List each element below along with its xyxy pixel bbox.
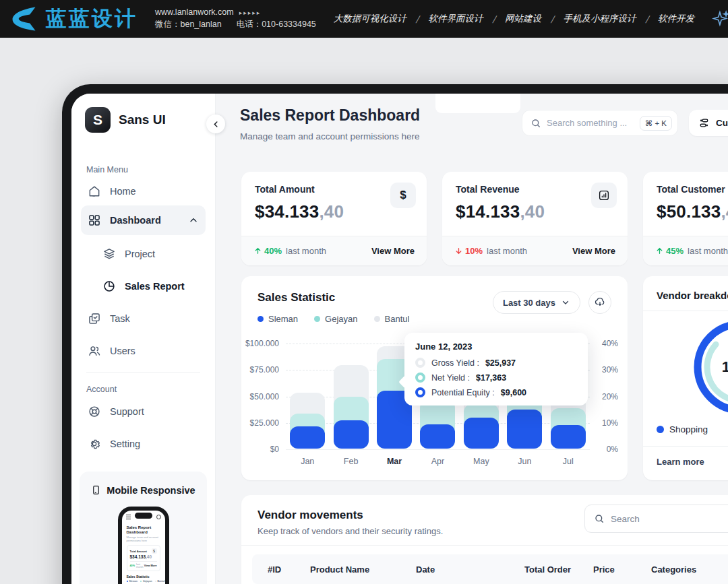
sidebar-item-home[interactable]: Home bbox=[81, 178, 206, 205]
banner-website[interactable]: www.lanlanwork.com bbox=[155, 7, 234, 17]
arrow-up-icon bbox=[655, 247, 664, 255]
task-check-icon bbox=[88, 312, 101, 325]
shortcut-badge: ⌘ + K bbox=[640, 116, 672, 131]
phone-view-more: View More bbox=[144, 564, 157, 567]
sidebar-divider bbox=[86, 372, 200, 373]
arrow-down-icon bbox=[454, 247, 463, 255]
banner-wechat: 微信：ben_lanlan bbox=[155, 19, 222, 30]
x-tick-label: Jul bbox=[547, 457, 590, 466]
sidebar-item-dashboard[interactable]: Dashboard bbox=[81, 205, 206, 235]
sidebar-item-label: Sales Report bbox=[125, 281, 185, 292]
vendor-movements-card: Vendor movements Keep track of vendors a… bbox=[241, 495, 728, 584]
banner-service-item[interactable]: 大数据可视化设计 bbox=[334, 13, 406, 25]
column-header[interactable]: Price bbox=[593, 564, 651, 575]
search-input[interactable] bbox=[547, 118, 634, 128]
sidebar-item-label: Setting bbox=[110, 439, 140, 449]
bar-group-feb[interactable] bbox=[329, 343, 372, 449]
brand-logo-icon: S bbox=[85, 107, 111, 133]
breakdown-legend: Shopping bbox=[657, 424, 728, 434]
trend-up: 45% bbox=[655, 246, 684, 256]
sidebar-item-project[interactable]: Project bbox=[81, 240, 206, 267]
stat-card-total-customer: Total Customer $50.133,40 45% last month… bbox=[643, 172, 728, 265]
chevron-up-icon bbox=[188, 215, 199, 226]
column-header[interactable]: Date bbox=[416, 564, 524, 575]
phone-stat-label: Total Amount bbox=[130, 550, 152, 553]
sidebar-item-sales-report[interactable]: Sales Report bbox=[81, 273, 206, 300]
chevron-down-icon bbox=[561, 298, 570, 307]
donut-center-value: 100% bbox=[684, 310, 728, 424]
table-header-row: #IDProduct NameDateTotal OrderPriceCateg… bbox=[252, 554, 728, 584]
banner-logo[interactable]: 蓝蓝设计 bbox=[9, 4, 138, 34]
layers-icon bbox=[102, 247, 116, 261]
bar-sleman bbox=[334, 420, 369, 449]
sidebar-item-setting[interactable]: Setting bbox=[81, 430, 206, 457]
sidebar-item-label: Home bbox=[110, 186, 136, 197]
download-button[interactable] bbox=[588, 291, 611, 314]
column-header[interactable]: Categories bbox=[651, 564, 728, 575]
sales-statistic-card: Sales Statistic SlemanGejayanBantul Last… bbox=[241, 276, 628, 480]
brand[interactable]: S Sans UI bbox=[85, 107, 166, 133]
top-tab bbox=[435, 94, 520, 113]
phone-chart-legend: Sleman Gejayan Bantul bbox=[127, 580, 160, 583]
customize-button[interactable]: Customize bbox=[689, 110, 728, 136]
view-more-link[interactable]: View More bbox=[572, 246, 615, 256]
phone-mockup: Sales Report Dashboard Manage team and a… bbox=[118, 507, 169, 584]
promo-banner: 蓝蓝设计 www.lanlanwork.com▸▸▸▸▸ 微信：ben_lanl… bbox=[0, 0, 728, 38]
column-header[interactable]: Total Order bbox=[524, 564, 593, 575]
y-tick-label: $0 bbox=[270, 445, 279, 454]
table-search[interactable] bbox=[584, 505, 728, 533]
banner-service-item[interactable]: 软件界面设计 bbox=[428, 13, 483, 25]
sidebar-item-label: Task bbox=[110, 313, 130, 324]
cloud-download-icon bbox=[594, 296, 606, 309]
arrows-decoration: ▸▸▸▸▸ bbox=[239, 9, 262, 16]
gear-icon bbox=[88, 437, 101, 451]
y-tick-label: $75.000 bbox=[250, 365, 279, 375]
trend-note: last month bbox=[688, 246, 728, 256]
table-search-input[interactable] bbox=[611, 514, 728, 524]
series-ring-icon bbox=[415, 387, 425, 397]
bar-group-jan[interactable] bbox=[286, 343, 329, 449]
learn-more-link[interactable]: Learn more bbox=[643, 446, 728, 477]
range-select[interactable]: Last 30 days bbox=[493, 291, 580, 314]
banner-logo-text: 蓝蓝设计 bbox=[46, 5, 138, 33]
y-tick-label-right: 30% bbox=[602, 365, 618, 375]
x-tick-label: Jan bbox=[286, 457, 329, 466]
bar-sleman bbox=[464, 418, 499, 449]
banner-service-item[interactable]: 软件开发 bbox=[658, 13, 694, 25]
stat-label: Total Customer bbox=[657, 184, 728, 195]
y-tick-label: $100.000 bbox=[245, 339, 279, 348]
vendor-movements-title: Vendor movements bbox=[257, 509, 363, 522]
dollar-icon: $ bbox=[390, 183, 416, 208]
lanlan-logo-icon bbox=[9, 4, 39, 34]
banner-service-item[interactable]: 网站建设 bbox=[505, 13, 541, 25]
sidebar-item-label: Project bbox=[125, 249, 155, 259]
legend-item-gejayan: Gejayan bbox=[314, 314, 357, 324]
y-tick-label: $25.000 bbox=[250, 418, 279, 428]
phone-icon bbox=[91, 484, 101, 496]
tooltip-row: Potential Equity : $9,600 bbox=[415, 387, 577, 397]
banner-collect[interactable]: 灵感收集 bbox=[712, 8, 728, 30]
global-search[interactable]: ⌘ + K bbox=[522, 110, 678, 136]
column-header[interactable]: #ID bbox=[268, 564, 310, 575]
view-more-link[interactable]: View More bbox=[371, 246, 415, 256]
search-icon bbox=[530, 118, 541, 129]
hamburger-icon bbox=[126, 515, 131, 520]
banner-service-item[interactable]: 手机及小程序设计 bbox=[564, 13, 636, 25]
y-axis-right: 40%30%20%10%0% bbox=[593, 344, 618, 449]
sidebar-item-users[interactable]: Users bbox=[81, 337, 206, 364]
phone-stat-card: Total Amount $ $34.133,40 40% last month… bbox=[127, 545, 160, 571]
bar-sleman bbox=[507, 410, 542, 449]
banner-phone: 电话：010-63334945 bbox=[237, 19, 316, 30]
page-subtitle: Manage team and account permissions here bbox=[240, 131, 419, 141]
stat-label: Total Amount bbox=[255, 184, 413, 195]
y-tick-label-right: 40% bbox=[602, 339, 618, 348]
sidebar-collapse-button[interactable] bbox=[206, 115, 225, 133]
column-header[interactable]: Product Name bbox=[310, 564, 416, 575]
phone-chart-title: Sales Statistic bbox=[127, 575, 160, 579]
sidebar-item-support[interactable]: Support bbox=[81, 398, 206, 425]
app-screen: S Sans UI Main Menu Home Dashboard Proj bbox=[71, 94, 728, 584]
pie-chart-icon bbox=[102, 280, 116, 293]
y-tick-label-right: 10% bbox=[602, 418, 618, 428]
sidebar-item-task[interactable]: Task bbox=[81, 305, 206, 332]
trend-note: last month bbox=[487, 246, 568, 256]
